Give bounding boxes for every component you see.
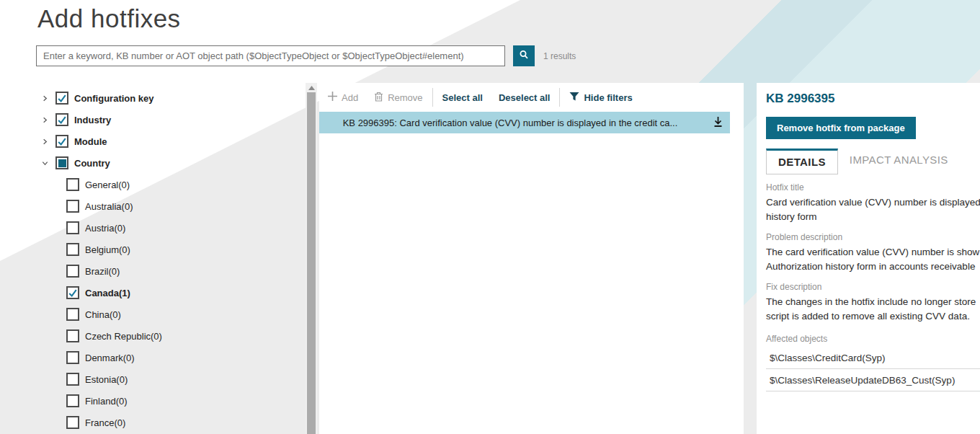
detail-field: Problem description The card verificatio… (766, 232, 980, 274)
results-panel: Add Remove Select all Deselect all (319, 83, 744, 434)
checkbox[interactable] (66, 416, 79, 429)
trash-icon (374, 92, 383, 104)
detail-field: Hotfix title Card verification value (CV… (766, 182, 980, 224)
scrollbar-thumb[interactable] (307, 92, 316, 434)
tree-child-row[interactable]: Finland(0) (40, 390, 299, 412)
checkbox[interactable] (66, 200, 79, 213)
tree-child-row[interactable]: Canada(1) (40, 282, 299, 304)
tree-parent-row[interactable]: Configuration key (40, 87, 299, 109)
deselect-all-label: Deselect all (499, 92, 551, 103)
tree-item-label: Industry (74, 115, 111, 125)
scroll-up-button[interactable] (306, 83, 317, 92)
remove-button-label: Remove (388, 92, 422, 103)
tree-child-row[interactable]: Brazil(0) (40, 260, 299, 282)
tree-scrollbar[interactable] (306, 83, 317, 434)
detail-fields: Hotfix title Card verification value (CV… (766, 182, 980, 324)
checkbox[interactable] (55, 92, 68, 105)
tree-item-label: Module (74, 136, 107, 147)
detail-field-text: Card verification value (CVV) number is … (766, 195, 980, 210)
add-hotfixes-page: Add hotfixes 1 results Configuration key… (0, 0, 980, 434)
checkbox[interactable] (66, 373, 79, 386)
hotfix-detail-panel: KB 2996395 Remove hotfix from package DE… (757, 83, 980, 434)
triangle-up-icon (308, 86, 315, 90)
tree-child-row[interactable]: Estonia(0) (40, 368, 299, 390)
detail-field-label: Hotfix title (766, 182, 980, 192)
affected-object-row[interactable]: $\Classes\CreditCard(Syp) (766, 347, 980, 369)
tree-item-label: Czech Republic(0) (85, 331, 162, 342)
tree-item-label: Australia(0) (85, 201, 133, 212)
filter-tree: Configuration key Industry Module Countr… (40, 87, 299, 433)
tree-child-row[interactable]: Denmark(0) (40, 347, 299, 368)
affected-objects-label: Affected objects (766, 334, 980, 344)
tree-child-row[interactable]: Austria(0) (40, 217, 299, 239)
remove-button[interactable]: Remove (374, 92, 422, 104)
checkbox[interactable] (55, 135, 68, 148)
tree-item-label: Austria(0) (85, 223, 125, 234)
tree-item-label: Belgium(0) (85, 244, 130, 255)
tree-item-label: Canada(1) (85, 288, 130, 298)
tree-parent-row[interactable]: Industry (40, 109, 299, 130)
detail-field-text: history form (766, 210, 980, 224)
tab-impact-analysis[interactable]: IMPACT ANALYSIS (838, 149, 960, 174)
detail-field-text: The card verification value (CVV) number… (766, 245, 980, 260)
remove-hotfix-button[interactable]: Remove hotfix from package (766, 117, 916, 139)
search-button[interactable] (513, 45, 535, 66)
checkbox[interactable] (66, 178, 79, 191)
tab-details[interactable]: DETAILS (766, 149, 838, 174)
magnifier-icon (518, 49, 530, 63)
detail-field-text: script is added to remove all existing C… (766, 309, 980, 324)
hide-filters-label: Hide filters (584, 92, 632, 103)
checkbox[interactable] (66, 329, 79, 342)
funnel-icon (569, 92, 579, 104)
checkbox[interactable] (66, 221, 79, 234)
chevron-down-icon[interactable] (40, 158, 50, 168)
tree-item-label: Configuration key (74, 93, 154, 104)
chevron-right-icon[interactable] (40, 93, 50, 103)
tree-child-row[interactable]: China(0) (40, 304, 299, 325)
hide-filters-button[interactable]: Hide filters (569, 92, 632, 104)
add-button[interactable]: Add (328, 92, 358, 103)
chevron-right-icon[interactable] (40, 115, 50, 125)
checkbox[interactable] (66, 351, 79, 364)
detail-field-text: The changes in the hotfix include no lon… (766, 295, 980, 309)
tree-item-label: Country (74, 158, 110, 169)
chevron-right-icon[interactable] (40, 136, 50, 146)
results-list: KB 2996395: Card verification value (CVV… (319, 112, 744, 133)
toolbar-divider (559, 88, 560, 107)
detail-field-label: Problem description (766, 232, 980, 242)
checkbox[interactable] (55, 113, 68, 126)
detail-field-label: Fix description (766, 282, 980, 292)
add-button-label: Add (342, 92, 358, 103)
tree-item-label: Denmark(0) (85, 353, 135, 363)
checkbox[interactable] (66, 243, 79, 256)
toolbar-divider (432, 88, 433, 107)
tree-child-row[interactable]: Australia(0) (40, 195, 299, 217)
result-row-title: KB 2996395: Card verification value (CVV… (343, 118, 707, 128)
tree-child-row[interactable]: Czech Republic(0) (40, 325, 299, 347)
checkbox[interactable] (66, 394, 79, 407)
select-all-button[interactable]: Select all (442, 92, 483, 103)
tree-item-label: General(0) (85, 180, 130, 190)
tree-item-label: France(0) (85, 417, 125, 428)
checkbox[interactable] (66, 286, 79, 299)
page-title: Add hotfixes (37, 4, 181, 33)
detail-field: Fix description The changes in the hotfi… (766, 282, 980, 324)
result-row[interactable]: KB 2996395: Card verification value (CVV… (319, 112, 730, 133)
deselect-all-button[interactable]: Deselect all (499, 92, 551, 103)
tree-parent-row[interactable]: Country (40, 152, 299, 174)
search-bar: 1 results (36, 45, 576, 66)
tree-child-row[interactable]: France(0) (40, 412, 299, 433)
checkbox[interactable] (66, 308, 79, 321)
plus-icon (328, 92, 337, 103)
tree-child-row[interactable]: General(0) (40, 174, 299, 195)
results-count: 1 results (543, 51, 576, 61)
tree-parent-row[interactable]: Module (40, 130, 299, 152)
checkbox[interactable] (66, 265, 79, 278)
affected-object-row[interactable]: $\Classes\ReleaseUpdateDB63_Cust(Syp) (766, 369, 980, 391)
checkbox[interactable] (55, 156, 68, 169)
search-input[interactable] (36, 45, 505, 66)
affected-objects-section: Affected objects $\Classes\CreditCard(Sy… (766, 334, 980, 391)
detail-field-text: Authorization history form in accounts r… (766, 260, 980, 274)
download-arrow-icon[interactable] (712, 115, 724, 131)
tree-child-row[interactable]: Belgium(0) (40, 239, 299, 260)
